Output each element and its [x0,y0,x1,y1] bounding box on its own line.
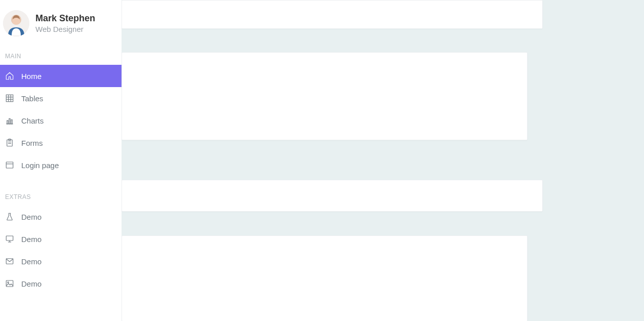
sidebar-item-login[interactable]: Login page [0,154,122,176]
sidebar-item-tables[interactable]: Tables [0,87,122,109]
sidebar-item-label: Demo [21,235,42,244]
sidebar-item-label: Charts [21,116,44,125]
profile-role: Web Designer [35,25,95,33]
svg-rect-11 [11,120,12,124]
sidebar-item-label: Demo [21,279,42,288]
svg-point-2 [12,18,20,25]
nav-extras: Demo Demo Demo Demo [0,206,122,295]
svg-rect-3 [6,95,13,102]
mail-icon [5,257,14,266]
content-card [122,180,543,212]
charts-icon [5,116,14,125]
sidebar-item-label: Demo [21,257,42,266]
sidebar-item-demo-mail[interactable]: Demo [0,250,122,272]
sidebar-item-label: Demo [21,213,42,221]
avatar [3,10,29,36]
image-icon [5,279,14,288]
sidebar-item-label: Login page [21,161,59,170]
monitor-icon [5,234,14,244]
profile-block: Mark Stephen Web Designer [0,0,122,46]
home-icon [5,71,14,81]
svg-rect-9 [7,121,8,124]
svg-rect-10 [9,118,10,124]
section-header-main: MAIN [0,46,122,65]
svg-rect-16 [6,162,13,168]
content-card [122,235,528,321]
svg-rect-21 [6,259,13,264]
svg-point-23 [8,282,9,283]
sidebar-item-demo-flask[interactable]: Demo [0,206,122,228]
section-header-extras: EXTRAS [0,186,122,206]
sidebar-item-label: Home [21,72,42,81]
nav-main: Home Tables Charts Forms Login page [0,65,122,176]
window-icon [5,160,14,170]
clipboard-icon [5,138,14,147]
sidebar-item-label: Forms [21,139,43,147]
sidebar-item-label: Tables [21,94,43,103]
profile-name: Mark Stephen [35,13,95,24]
content-card [122,52,528,140]
svg-rect-18 [6,236,13,240]
tables-grid-icon [5,94,14,103]
sidebar-item-forms[interactable]: Forms [0,132,122,154]
svg-rect-22 [6,280,13,287]
sidebar-item-demo-image[interactable]: Demo [0,272,122,295]
content-card [122,0,543,29]
profile-info: Mark Stephen Web Designer [35,13,95,33]
sidebar-item-demo-monitor[interactable]: Demo [0,228,122,250]
flask-icon [5,212,14,221]
sidebar-item-charts[interactable]: Charts [0,109,122,132]
main-content [122,0,547,321]
sidebar: Mark Stephen Web Designer MAIN Home Tabl… [0,0,122,321]
sidebar-item-home[interactable]: Home [0,65,122,87]
